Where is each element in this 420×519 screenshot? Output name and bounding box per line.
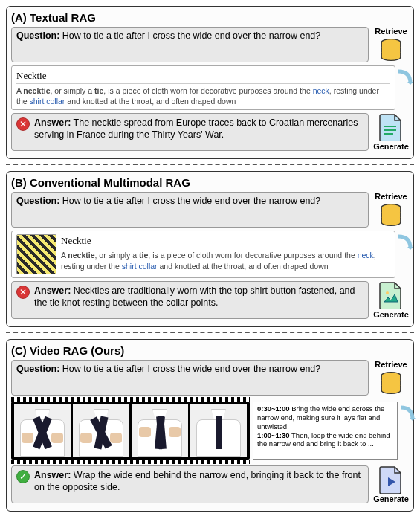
panel-c-title: (C) Video RAG (Ours): [11, 344, 409, 357]
retrieve-label: Retrieve: [375, 360, 407, 369]
answer-body: Wrap the wide end behind the narrow end,…: [34, 470, 361, 492]
arrow-icon: [395, 233, 413, 251]
generate-col-a: Generate: [373, 113, 409, 151]
arrow-icon: [395, 68, 413, 86]
question-box-c: Question: How to tie a tie after I cross…: [11, 360, 369, 396]
question-box-a: Question: How to tie a tie after I cross…: [11, 27, 369, 62]
video-frame: [132, 404, 188, 457]
video-frame: [73, 404, 129, 457]
panel-a-title: (A) Textual RAG: [11, 11, 409, 24]
panel-c: (C) Video RAG (Ours) Question: How to ti…: [6, 339, 414, 512]
separator: [6, 164, 414, 165]
retrieval-text: A necktie, or simply a tie, is a piece o…: [61, 250, 390, 271]
retrieve-label: Retrieve: [375, 27, 407, 36]
answer-label: Answer:: [34, 470, 71, 480]
answer-label: Answer:: [34, 117, 71, 128]
separator: [6, 332, 414, 333]
panel-b: (B) Conventional Multimodal RAG Question…: [6, 171, 414, 327]
question-box-b: Question: How to tie a tie after I cross…: [11, 192, 369, 228]
database-icon: [378, 202, 404, 228]
answer-text-c: Answer: Wrap the wide end behind the nar…: [34, 469, 364, 494]
retrieval-text-frag: and knotted at the throat, and often dra…: [158, 262, 329, 271]
panel-b-title: (B) Conventional Multimodal RAG: [11, 176, 409, 189]
answer-box-c: ✓ Answer: Wrap the wide end behind the n…: [11, 465, 369, 503]
question-label: Question:: [16, 364, 59, 374]
retrieval-box-b: Necktie A necktie, or simply a tie, is a…: [11, 231, 395, 278]
retrieve-col-c: Retrieve: [373, 360, 409, 396]
retrieval-text-frag: A: [16, 86, 23, 95]
generate-label: Generate: [373, 142, 409, 151]
check-icon: ✓: [16, 470, 30, 483]
timestamp: 1:00~1:30: [257, 431, 290, 439]
retrieval-text-bold: necktie: [23, 86, 50, 95]
retrieval-text-bold: necktie: [68, 251, 94, 260]
svg-point-5: [386, 291, 389, 294]
retrieval-title: Necktie: [61, 234, 390, 249]
video-frame: [14, 404, 71, 457]
question-text: How to tie a tie after I cross the wide …: [62, 364, 320, 374]
retrieval-link: shirt collar: [30, 97, 65, 106]
video-transcript: 0:30~1:00 Bring the wide end across the …: [253, 402, 398, 460]
x-icon: ✕: [16, 286, 30, 299]
database-icon: [378, 37, 404, 62]
generate-label: Generate: [373, 494, 409, 503]
answer-box-b: ✕ Answer: Neckties are traditionally wor…: [11, 281, 369, 319]
retrieval-text-frag: and knotted at the throat, and often dra…: [65, 97, 236, 106]
arrow-icon: [398, 404, 416, 422]
video-frame: [190, 404, 247, 457]
retrieval-link: shirt collar: [122, 262, 158, 271]
video-document-icon: [378, 465, 404, 494]
answer-label: Answer:: [34, 286, 71, 296]
retrieve-col-b: Retrieve: [373, 192, 409, 228]
timestamp: 0:30~1:00: [257, 404, 290, 413]
arrow-spacer: [400, 65, 409, 110]
database-icon: [378, 370, 404, 396]
answer-text-a: Answer: The necktie spread from Europe t…: [34, 117, 364, 141]
retrieval-text-frag: , or simply a: [51, 86, 95, 95]
x-icon: ✕: [16, 117, 30, 131]
tie-image: [16, 234, 56, 274]
question-text: How to tie a tie after I cross the wide …: [62, 30, 320, 41]
generate-col-c: Generate: [373, 465, 409, 503]
retrieval-link: neck: [358, 251, 374, 260]
generate-label: Generate: [373, 310, 409, 319]
retrieval-box-a: Necktie A necktie, or simply a tie, is a…: [11, 65, 395, 110]
retrieval-text-frag: , is a piece of cloth worn for decorativ…: [148, 251, 357, 260]
retrieve-col-a: Retrieve: [373, 27, 409, 62]
image-document-icon: [378, 281, 404, 309]
document-icon: [378, 113, 404, 141]
answer-box-a: ✕ Answer: The necktie spread from Europe…: [11, 113, 369, 151]
arrow-spacer: [402, 402, 409, 460]
retrieval-title: Necktie: [16, 69, 390, 84]
retrieval-link: neck: [313, 86, 329, 95]
question-text: How to tie a tie after I cross the wide …: [62, 196, 320, 206]
retrieval-text: A necktie, or simply a tie, is a piece o…: [16, 86, 390, 106]
arrow-spacer: [400, 231, 409, 278]
question-label: Question:: [16, 196, 59, 206]
answer-text-b: Answer: Neckties are traditionally worn …: [34, 285, 364, 309]
retrieval-text-frag: , or simply a: [95, 251, 140, 260]
panel-a: (A) Textual RAG Question: How to tie a t…: [6, 6, 414, 159]
retrieval-text-frag: , is a piece of cloth worn for decorativ…: [103, 86, 312, 95]
question-label: Question:: [16, 30, 59, 41]
retrieval-text-frag: A: [61, 251, 68, 260]
retrieve-label: Retrieve: [375, 192, 407, 201]
video-frames: [11, 402, 250, 460]
figure-1: (A) Textual RAG Question: How to tie a t…: [0, 0, 420, 519]
answer-body: The necktie spread from Europe traces ba…: [34, 117, 358, 140]
retrieval-text-bold: tie: [139, 251, 148, 260]
generate-col-b: Generate: [373, 281, 409, 319]
answer-body: Neckties are traditionally worn with the…: [34, 286, 355, 308]
retrieval-text-bold: tie: [94, 86, 103, 95]
video-retrieval-c: 0:30~1:00 Bring the wide end across the …: [11, 402, 398, 460]
